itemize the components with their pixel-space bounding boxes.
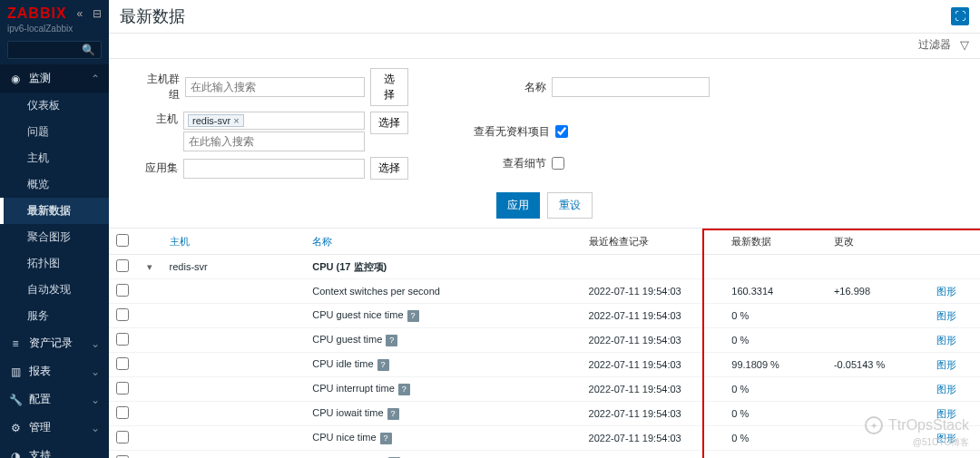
sidebar-item-6[interactable]: 拓扑图 [0, 250, 109, 277]
graph-link[interactable]: 图形 [936, 408, 956, 419]
col-host[interactable]: 主机 [162, 229, 306, 255]
row-checkbox[interactable] [116, 357, 129, 370]
sidebar: ZABBIX « ⊟ ipv6-localZabbix 🔍 ◉ 监测 ⌃ 仪表板… [0, 0, 109, 458]
sidebar-item-5[interactable]: 聚合图形 [0, 224, 109, 250]
item-value: 0 % [724, 304, 827, 328]
graph-link[interactable]: 图形 [936, 384, 956, 395]
table-row: CPU iowait time?2022-07-11 19:54:030 %图形 [109, 402, 980, 426]
server-subtitle: ipv6-localZabbix [0, 24, 109, 39]
help-icon[interactable]: ? [387, 408, 399, 420]
item-name: CPU guest nice time? [305, 304, 581, 328]
nav-section-2[interactable]: 🔧配置⌄ [0, 385, 109, 414]
item-change [827, 426, 929, 451]
show-detail-checkbox[interactable] [552, 157, 564, 170]
close-icon[interactable]: × [233, 115, 239, 126]
row-checkbox[interactable] [116, 284, 129, 297]
logo-row: ZABBIX « ⊟ [0, 0, 109, 24]
search-icon[interactable]: 🔍 [76, 42, 101, 58]
chevron-down-icon: ⌄ [91, 337, 100, 350]
sidebar-item-7[interactable]: 自动发现 [0, 277, 109, 303]
item-name: CPU iowait time? [305, 402, 581, 426]
chevron-down-icon: ⌄ [91, 422, 100, 434]
reset-button[interactable]: 重设 [547, 192, 593, 219]
select-all-checkbox[interactable] [116, 234, 129, 247]
collapse-icon[interactable]: « [76, 7, 83, 20]
sidebar-item-0[interactable]: 仪表板 [0, 93, 109, 119]
hostgroup-input[interactable] [185, 77, 366, 97]
item-value: 0 % [724, 426, 827, 451]
graph-link[interactable]: 图形 [936, 335, 956, 346]
nav-section-1[interactable]: ▥报表⌄ [0, 357, 109, 385]
row-checkbox[interactable] [116, 431, 129, 443]
help-icon[interactable]: ? [377, 359, 389, 371]
app-input[interactable] [183, 159, 365, 179]
row-checkbox[interactable] [116, 308, 129, 321]
sidebar-item-1[interactable]: 问题 [0, 119, 109, 145]
expand-toggle[interactable]: ▾ [140, 255, 162, 279]
item-value: 0 % [724, 377, 827, 402]
row-checkbox[interactable] [116, 382, 129, 395]
help-icon[interactable]: ? [407, 310, 419, 322]
show-noitem-checkbox[interactable] [555, 125, 568, 138]
show-noitem-label: 查看无资料项目 [474, 124, 550, 140]
brand-logo: ZABBIX [7, 5, 67, 22]
host-label: 主机 [138, 112, 178, 127]
item-value: 160.3314 [724, 279, 827, 304]
nav-section-0[interactable]: ≡资产记录⌄ [0, 329, 109, 357]
help-icon[interactable]: ? [380, 433, 392, 444]
table-row: CPU guest nice time?2022-07-11 19:54:030… [109, 304, 980, 328]
filter-tab[interactable]: 过滤器 [918, 37, 951, 53]
hostgroup-select-button[interactable]: 选择 [370, 68, 408, 106]
chevron-down-icon: ⌄ [91, 394, 100, 406]
row-checkbox[interactable] [116, 259, 129, 272]
app-select-button[interactable]: 选择 [370, 157, 408, 180]
sidebar-search[interactable]: 🔍 [7, 41, 102, 59]
name-input[interactable] [552, 77, 710, 97]
host-input[interactable] [183, 132, 365, 151]
item-change: -0.05143 % [827, 353, 929, 377]
apply-button[interactable]: 应用 [496, 192, 540, 219]
section-icon: ⚙ [9, 422, 22, 434]
graph-link[interactable]: 图形 [936, 286, 956, 297]
row-checkbox[interactable] [116, 406, 129, 419]
group-host: redis-svr [162, 255, 306, 279]
chevron-down-icon: ⌄ [91, 365, 100, 378]
filter-icon[interactable]: ▽ [960, 38, 969, 52]
host-tag[interactable]: redis-svr × [188, 114, 244, 127]
nav-monitoring[interactable]: ◉ 监测 ⌃ [0, 64, 109, 93]
col-change: 更改 [827, 229, 929, 255]
item-value: 0.01672 % [724, 451, 827, 459]
graph-link[interactable]: 图形 [936, 359, 956, 370]
item-time: 2022-07-11 19:54:03 [582, 377, 725, 402]
sidebar-item-3[interactable]: 概览 [0, 171, 109, 198]
item-time: 2022-07-11 19:54:03 [582, 304, 725, 328]
graph-link[interactable]: 图形 [936, 310, 956, 321]
fullscreen-button[interactable]: ⛶ [951, 7, 969, 25]
show-detail-label: 查看细节 [474, 156, 546, 171]
item-name: CPU idle time? [305, 353, 581, 377]
col-name[interactable]: 名称 [305, 229, 581, 255]
footer-item-0[interactable]: ◑支持 [0, 442, 109, 458]
row-checkbox[interactable] [116, 333, 129, 346]
help-icon[interactable]: ? [386, 335, 397, 346]
item-time: 2022-07-11 19:54:03 [582, 328, 725, 353]
table-row: CPU interrupt time?2022-07-11 19:54:030 … [109, 377, 980, 402]
table-row: CPU softirq time?2022-07-11 19:54:030.01… [109, 451, 980, 459]
sidebar-item-8[interactable]: 服务 [0, 303, 109, 329]
titlebar: 最新数据 ⛶ [109, 0, 980, 34]
sidebar-search-input[interactable] [8, 42, 76, 58]
host-select-button[interactable]: 选择 [370, 112, 408, 134]
menu-icon[interactable]: ⊟ [93, 7, 102, 20]
hostgroup-label: 主机群组 [136, 72, 180, 102]
host-tag-input[interactable]: redis-svr × [183, 112, 365, 130]
sidebar-item-4[interactable]: 最新数据 [0, 198, 109, 224]
item-value: 99.1809 % [724, 353, 827, 377]
nav-section-3[interactable]: ⚙管理⌄ [0, 414, 109, 442]
help-icon[interactable]: ? [398, 384, 410, 395]
sidebar-item-2[interactable]: 主机 [0, 145, 109, 171]
graph-link[interactable]: 图形 [936, 433, 956, 443]
item-name: CPU softirq time? [305, 451, 581, 459]
item-time: 2022-07-11 19:54:03 [582, 451, 725, 459]
table-row: CPU guest time?2022-07-11 19:54:030 %图形 [109, 328, 980, 353]
item-time: 2022-07-11 19:54:03 [582, 402, 725, 426]
